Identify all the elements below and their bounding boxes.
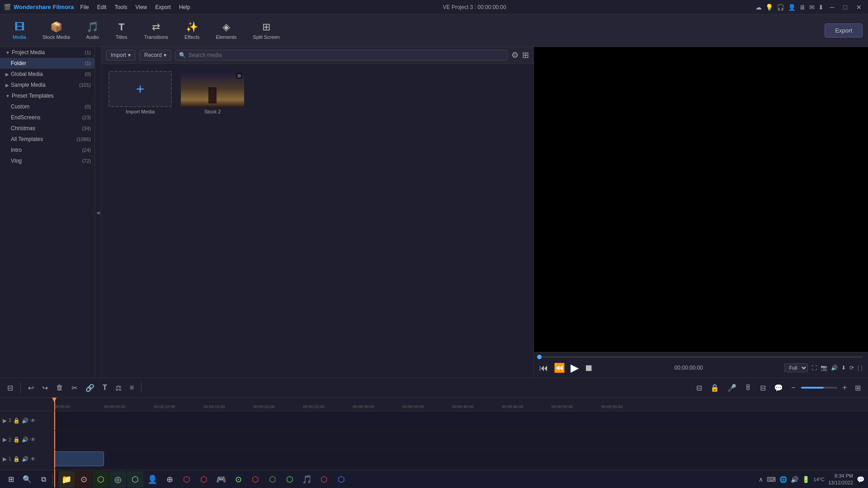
maximize-button[interactable]: □: [841, 4, 850, 11]
taskbar-app11[interactable]: ⊙: [230, 471, 246, 488]
lock-button[interactable]: 🔒: [708, 382, 722, 394]
filter-icon[interactable]: ⚙: [511, 50, 519, 60]
export-button[interactable]: Export: [825, 23, 863, 38]
cloud-icon[interactable]: ☁: [755, 4, 762, 11]
menu-tools[interactable]: Tools: [111, 3, 131, 11]
taskbar-app13[interactable]: ⬡: [264, 471, 281, 488]
zoom-out-button[interactable]: −: [788, 382, 798, 394]
track2-sound-icon[interactable]: 🔊: [22, 436, 28, 443]
monitor-icon[interactable]: 🖥: [799, 4, 806, 11]
zoom-slider[interactable]: [801, 387, 837, 389]
network-icon[interactable]: 🌐: [779, 476, 787, 483]
fit-view-button[interactable]: ⊞: [852, 382, 863, 394]
avatar-icon[interactable]: 👤: [788, 4, 796, 11]
settings-icon[interactable]: ⟳: [849, 365, 854, 371]
scrubber[interactable]: [539, 356, 863, 358]
stock2-item[interactable]: ⊞ Stock 2: [179, 69, 246, 116]
sidebar-item-project-media[interactable]: ▼ Project Media (1): [0, 47, 94, 58]
mail-icon[interactable]: ✉: [809, 4, 815, 11]
track2-play-icon[interactable]: ▶: [3, 436, 7, 443]
taskbar-app16[interactable]: ⬡: [316, 471, 332, 488]
import-button[interactable]: Import ▾: [106, 50, 136, 61]
sidebar-item-global-media[interactable]: ▶ Global Media (0): [0, 69, 94, 80]
captions-button[interactable]: 💬: [771, 382, 786, 394]
taskbar-chrome[interactable]: ◎: [110, 471, 126, 488]
fullscreen-icon[interactable]: ⛶: [811, 365, 817, 371]
track3-eye-icon[interactable]: 👁: [30, 418, 36, 424]
sidebar-item-intro[interactable]: Intro (24): [0, 145, 94, 155]
toolbar-media[interactable]: 🎞 Media: [5, 19, 33, 42]
redo-button[interactable]: ↪: [39, 382, 51, 394]
track2-eye-icon[interactable]: 👁: [30, 436, 36, 443]
minimize-button[interactable]: ─: [827, 4, 837, 11]
taskbar-opera[interactable]: ⊙: [75, 471, 92, 488]
sidebar-item-christmas[interactable]: Christmas (34): [0, 123, 94, 134]
undo-button[interactable]: ↩: [25, 382, 37, 394]
snap-button[interactable]: ⊟: [5, 382, 16, 394]
sidebar-item-all-templates[interactable]: All Templates (1086): [0, 134, 94, 145]
play-button[interactable]: ▶: [571, 361, 579, 374]
stop-button[interactable]: ⏹: [584, 363, 593, 373]
toolbar-audio[interactable]: 🎵 Audio: [79, 19, 106, 42]
adjust-button[interactable]: ⚖: [113, 382, 124, 394]
search-button[interactable]: 🔍: [20, 472, 34, 487]
taskbar-app7[interactable]: ⊕: [161, 471, 178, 488]
download-icon[interactable]: ⬇: [818, 4, 824, 11]
sidebar-item-endscreens[interactable]: EndScreens (23): [0, 112, 94, 123]
menu-export[interactable]: Export: [151, 3, 175, 11]
track1-clip[interactable]: [54, 451, 104, 466]
more-button[interactable]: ≡: [127, 382, 137, 394]
taskbar-app17[interactable]: ⬡: [333, 471, 349, 488]
chevron-up-icon[interactable]: ∧: [759, 476, 763, 483]
track3-lock-icon[interactable]: 🔒: [13, 418, 20, 424]
track1-play-icon[interactable]: ▶: [3, 456, 7, 462]
rewind-button[interactable]: ⏮: [539, 363, 548, 373]
start-button[interactable]: ⊞: [4, 472, 18, 487]
menu-file[interactable]: File: [76, 3, 92, 11]
toolbar-splitscreen[interactable]: ⊞ Split Screen: [245, 19, 287, 42]
taskbar-app12[interactable]: ⬡: [247, 471, 264, 488]
play-prev-button[interactable]: ⏪: [554, 362, 565, 373]
headset-icon[interactable]: 🎧: [777, 4, 784, 11]
track3-play-icon[interactable]: ▶: [3, 418, 7, 424]
toolbar-transitions[interactable]: ⇄ Transitions: [137, 19, 175, 42]
battery-icon[interactable]: 🔋: [802, 476, 810, 483]
track1-sound-icon[interactable]: 🔊: [22, 456, 28, 462]
taskbar-app9[interactable]: ⬡: [196, 471, 212, 488]
track2-lock-icon[interactable]: 🔒: [13, 436, 20, 443]
toolbar-stock-media[interactable]: 📦 Stock Media: [35, 19, 77, 42]
volume-sys-icon[interactable]: 🔊: [791, 476, 798, 483]
menu-help[interactable]: Help: [175, 3, 194, 11]
track1-lock-icon[interactable]: 🔒: [13, 456, 20, 462]
toolbar-elements[interactable]: ◈ Elements: [208, 19, 244, 42]
taskbar-app14[interactable]: ⬡: [282, 471, 298, 488]
keyboard-icon[interactable]: ⌨: [767, 476, 776, 483]
menu-view[interactable]: View: [132, 3, 151, 11]
view-toggle-icon[interactable]: ⊞: [522, 50, 529, 60]
close-button[interactable]: ✕: [854, 4, 864, 11]
toolbar-effects[interactable]: ✨ Effects: [177, 19, 207, 42]
split-right-button[interactable]: ⊟: [757, 382, 769, 394]
panel-collapse-handle[interactable]: ◀: [95, 47, 101, 378]
record-button[interactable]: Record ▾: [139, 50, 171, 61]
volume-icon[interactable]: 🔊: [831, 365, 838, 371]
taskbar-app10[interactable]: 🎮: [213, 471, 229, 488]
sidebar-item-custom[interactable]: Custom (0): [0, 101, 94, 112]
sidebar-item-sample-media[interactable]: ▶ Sample Media (101): [0, 80, 94, 90]
media-out-icon[interactable]: ⬇: [841, 365, 846, 371]
taskbar-nvidia[interactable]: ⬡: [93, 471, 109, 488]
cut-button[interactable]: ✂: [69, 382, 80, 394]
sidebar-item-preset-templates[interactable]: ▼ Preset Templates: [0, 90, 94, 101]
track1-eye-icon[interactable]: 👁: [30, 456, 36, 462]
quality-select[interactable]: Full 1/2 1/4: [784, 363, 808, 372]
taskbar-filmora[interactable]: ⬡: [127, 471, 143, 488]
text-tool-button[interactable]: T: [100, 382, 110, 394]
taskbar-app6[interactable]: 👤: [144, 471, 160, 488]
menu-edit[interactable]: Edit: [94, 3, 110, 11]
sidebar-item-folder[interactable]: Folder (1): [0, 58, 94, 69]
notification-icon[interactable]: 💬: [857, 476, 864, 483]
sidebar-item-vlog[interactable]: Vlog (72): [0, 155, 94, 166]
snapshot-icon[interactable]: 📷: [821, 365, 827, 371]
taskbar-app8[interactable]: ⬡: [179, 471, 195, 488]
taskbar-spotify[interactable]: 🎵: [299, 471, 315, 488]
